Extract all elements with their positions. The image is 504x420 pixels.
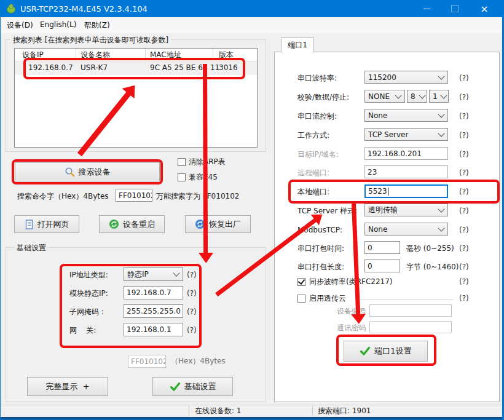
- window-title: USR-TCP232-M4,E45 V2.3.4.104: [20, 4, 148, 14]
- col-header-version[interactable]: 版本: [219, 50, 234, 60]
- help-icon[interactable]: (?): [459, 294, 469, 303]
- app-window: USR-TCP232-M4,E45 V2.3.4.104 × 设备(D) Eng…: [0, 0, 504, 420]
- baud-value: 115200: [368, 73, 396, 82]
- help-icon[interactable]: (?): [459, 93, 469, 101]
- device-no-input[interactable]: [369, 304, 452, 317]
- col-header-ip[interactable]: 设备IP: [22, 50, 44, 60]
- work-mode-select[interactable]: TCP Server: [364, 128, 448, 141]
- help-icon[interactable]: (?): [459, 263, 469, 271]
- help-icon[interactable]: (?): [459, 112, 469, 121]
- sync-baud-checkbox[interactable]: [297, 278, 305, 286]
- ip-type-label: IP地址类型:: [69, 271, 108, 280]
- help-icon[interactable]: (?): [459, 207, 469, 215]
- col-header-mac[interactable]: MAC地址: [150, 50, 181, 60]
- local-port-value: 5523: [368, 187, 387, 196]
- menu-help[interactable]: 帮助(Z): [84, 20, 110, 31]
- search-device-button[interactable]: 搜索设备: [15, 162, 160, 181]
- menu-english[interactable]: English(L): [40, 20, 76, 29]
- col-divider: [213, 49, 213, 61]
- help-icon[interactable]: (?): [459, 226, 469, 234]
- static-ip-input[interactable]: 192.168.0.7: [124, 286, 183, 299]
- tab-port1[interactable]: 端口1: [281, 38, 314, 52]
- device-no-label: 设备编号: [337, 307, 366, 316]
- row-name[interactable]: USR-K7: [81, 63, 108, 73]
- local-port-label: 本地端口:: [297, 188, 329, 197]
- help-icon[interactable]: (?): [459, 74, 469, 82]
- baud-select[interactable]: 115200: [364, 71, 448, 84]
- full-display-button[interactable]: 完整显示 +: [27, 377, 108, 396]
- stopbits-select[interactable]: 1: [429, 90, 449, 103]
- help-icon[interactable]: (?): [187, 271, 197, 279]
- app-icon: [6, 3, 17, 14]
- col-header-name[interactable]: 设备名称: [81, 50, 110, 60]
- close-button[interactable]: ×: [469, 0, 500, 17]
- gateway-input[interactable]: 192.168.0.1: [124, 323, 183, 336]
- subnet-mask-input[interactable]: 255.255.255.0: [124, 304, 183, 318]
- search-icon: [65, 167, 75, 177]
- tcp-style-label: TCP Server 样式:: [297, 207, 357, 216]
- pack-len-input[interactable]: 0: [364, 260, 400, 272]
- modbus-select[interactable]: None: [364, 223, 448, 236]
- base-settings-label: 基础设置: [184, 381, 216, 392]
- cmd-word-input[interactable]: FF010102: [116, 189, 152, 202]
- factory-reset-button[interactable]: 恢复出厂: [185, 215, 251, 233]
- row-version[interactable]: 3016: [219, 63, 238, 73]
- databits-select[interactable]: 8: [407, 90, 427, 103]
- work-mode-label: 工作方式:: [297, 131, 329, 140]
- statusbar-divider: [312, 406, 313, 416]
- chevron-down-icon: [438, 73, 444, 79]
- chevron-down-icon: [173, 269, 179, 276]
- cmd-word-value: FF010102: [119, 191, 152, 200]
- help-icon[interactable]: (?): [459, 188, 469, 196]
- help-icon[interactable]: (?): [187, 326, 197, 335]
- menu-bar: 设备(D) English(L) 帮助(Z): [1, 17, 502, 33]
- row-ip[interactable]: 192.168.0.7: [28, 63, 73, 73]
- gateway-label: 网 关:: [69, 326, 96, 335]
- local-port-input[interactable]: 5523: [364, 184, 448, 198]
- device-pwd-label: 通讯密码: [337, 323, 366, 333]
- ip-type-select[interactable]: 静态IP: [124, 267, 183, 281]
- remote-port-input[interactable]: 23: [364, 165, 448, 178]
- factory-reset-label: 恢复出厂: [209, 219, 241, 230]
- flow-select[interactable]: None: [364, 109, 448, 122]
- chevron-down-icon: [438, 224, 444, 231]
- restart-device-button[interactable]: 设备重启: [99, 215, 165, 233]
- minimize-button[interactable]: [412, 0, 441, 17]
- base-group-title: 基础设置: [14, 243, 49, 253]
- help-icon[interactable]: (?): [459, 150, 469, 159]
- help-icon[interactable]: (?): [187, 307, 197, 316]
- parity-label: 校验/数据/停止:: [297, 93, 349, 102]
- pack-time-input[interactable]: 0: [364, 241, 400, 254]
- compat-e45-checkbox[interactable]: [178, 173, 186, 181]
- compat-e45-label: 兼容E45: [189, 173, 218, 182]
- help-icon[interactable]: (?): [459, 168, 469, 177]
- menu-device[interactable]: 设备(D): [7, 20, 33, 31]
- parity-select[interactable]: NONE: [364, 90, 405, 103]
- open-web-button[interactable]: 打开网页: [14, 215, 79, 233]
- help-icon[interactable]: (?): [459, 244, 469, 253]
- clear-arp-checkbox[interactable]: [178, 158, 186, 166]
- port1-settings-label: 端口1设置: [374, 346, 411, 357]
- base-settings-button[interactable]: 基础设置: [152, 377, 233, 396]
- row-mac[interactable]: 9C A5 25 BE 6B 11: [150, 63, 219, 73]
- tcp-style-select[interactable]: 透明传输: [364, 204, 448, 216]
- sync-baud-label: 同步波特率(类RFC2217): [309, 277, 393, 287]
- maximize-button[interactable]: [441, 0, 469, 17]
- dest-ip-input[interactable]: 192.168.0.201: [364, 147, 448, 160]
- device-pwd-input[interactable]: [369, 321, 452, 333]
- modbus-value: None: [368, 225, 387, 234]
- restart-icon: [109, 219, 119, 229]
- port1-settings-button[interactable]: 端口1设置: [344, 341, 428, 362]
- modbus-label: ModbusTCP:: [297, 226, 342, 235]
- minimize-icon: [423, 9, 430, 9]
- clear-arp-label: 清除ARP表: [189, 157, 226, 167]
- pack-time-value: 0: [368, 244, 372, 252]
- status-search-port: 搜索端口: 1901: [318, 406, 371, 416]
- help-icon[interactable]: (?): [459, 277, 469, 286]
- cloud-checkbox[interactable]: [297, 295, 305, 303]
- help-icon[interactable]: (?): [459, 131, 469, 140]
- work-mode-value: TCP Server: [368, 130, 408, 139]
- check-icon: [170, 382, 181, 392]
- help-icon[interactable]: (?): [187, 289, 197, 298]
- maximize-icon: [451, 5, 459, 12]
